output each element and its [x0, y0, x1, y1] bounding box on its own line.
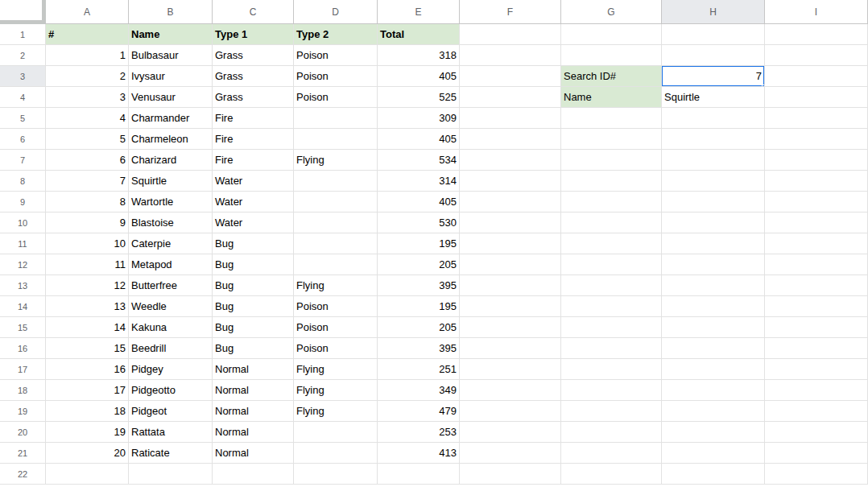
cell-C5[interactable]: Fire: [213, 108, 294, 129]
cell-E10[interactable]: 530: [378, 213, 460, 233]
cell-B12[interactable]: Metapod: [129, 254, 213, 275]
cell-I2[interactable]: [765, 45, 868, 66]
cell-F8[interactable]: [460, 171, 561, 192]
cell-G10[interactable]: [561, 213, 662, 233]
cell-H3[interactable]: 7: [662, 66, 765, 87]
cell-B10[interactable]: Blastoise: [129, 213, 213, 233]
cell-H6[interactable]: [662, 129, 765, 150]
cell-G6[interactable]: [561, 129, 662, 150]
row-header-15[interactable]: 15: [0, 317, 46, 338]
row-header-8[interactable]: 8: [0, 171, 46, 192]
cell-G19[interactable]: [561, 401, 662, 422]
cell-D8[interactable]: [294, 171, 378, 192]
cell-C19[interactable]: Normal: [213, 401, 294, 422]
cell-D17[interactable]: Flying: [294, 359, 378, 380]
select-all-corner[interactable]: [0, 0, 46, 24]
cell-E3[interactable]: 405: [378, 66, 460, 87]
cell-G3[interactable]: Search ID#: [561, 66, 662, 87]
cell-G16[interactable]: [561, 338, 662, 359]
cell-I14[interactable]: [765, 296, 868, 317]
cell-F14[interactable]: [460, 296, 561, 317]
cell-I20[interactable]: [765, 422, 868, 443]
cell-F22[interactable]: [460, 464, 561, 485]
cell-E9[interactable]: 405: [378, 192, 460, 213]
cell-G20[interactable]: [561, 422, 662, 443]
cell-B22[interactable]: [129, 464, 213, 485]
cell-I17[interactable]: [765, 359, 868, 380]
cell-D16[interactable]: Poison: [294, 338, 378, 359]
cell-G15[interactable]: [561, 317, 662, 338]
cell-E13[interactable]: 395: [378, 275, 460, 296]
row-header-10[interactable]: 10: [0, 213, 46, 233]
cell-I18[interactable]: [765, 380, 868, 401]
cell-A16[interactable]: 15: [46, 338, 129, 359]
cell-G17[interactable]: [561, 359, 662, 380]
cell-G5[interactable]: [561, 108, 662, 129]
cell-E14[interactable]: 195: [378, 296, 460, 317]
cell-E7[interactable]: 534: [378, 150, 460, 171]
cell-A20[interactable]: 19: [46, 422, 129, 443]
cell-E2[interactable]: 318: [378, 45, 460, 66]
cell-E8[interactable]: 314: [378, 171, 460, 192]
cell-F9[interactable]: [460, 192, 561, 213]
cell-F10[interactable]: [460, 213, 561, 233]
cell-A14[interactable]: 13: [46, 296, 129, 317]
cell-C2[interactable]: Grass: [213, 45, 294, 66]
row-header-19[interactable]: 19: [0, 401, 46, 422]
cell-A5[interactable]: 4: [46, 108, 129, 129]
cell-I19[interactable]: [765, 401, 868, 422]
cell-H20[interactable]: [662, 422, 765, 443]
cell-I7[interactable]: [765, 150, 868, 171]
cell-I9[interactable]: [765, 192, 868, 213]
cell-H2[interactable]: [662, 45, 765, 66]
cell-H18[interactable]: [662, 380, 765, 401]
cell-I10[interactable]: [765, 213, 868, 233]
cell-F1[interactable]: [460, 24, 561, 45]
cell-F13[interactable]: [460, 275, 561, 296]
row-header-20[interactable]: 20: [0, 422, 46, 443]
row-header-13[interactable]: 13: [0, 275, 46, 296]
cell-C10[interactable]: Water: [213, 213, 294, 233]
cell-F2[interactable]: [460, 45, 561, 66]
cell-D11[interactable]: [294, 233, 378, 254]
column-header-D[interactable]: D: [294, 0, 378, 24]
cell-G9[interactable]: [561, 192, 662, 213]
cell-D6[interactable]: [294, 129, 378, 150]
cell-I1[interactable]: [765, 24, 868, 45]
cell-B13[interactable]: Butterfree: [129, 275, 213, 296]
cell-E12[interactable]: 205: [378, 254, 460, 275]
cell-I5[interactable]: [765, 108, 868, 129]
cell-I6[interactable]: [765, 129, 868, 150]
cell-B14[interactable]: Weedle: [129, 296, 213, 317]
cell-H8[interactable]: [662, 171, 765, 192]
cell-H12[interactable]: [662, 254, 765, 275]
row-header-14[interactable]: 14: [0, 296, 46, 317]
row-header-18[interactable]: 18: [0, 380, 46, 401]
cell-G22[interactable]: [561, 464, 662, 485]
cell-A12[interactable]: 11: [46, 254, 129, 275]
cell-C6[interactable]: Fire: [213, 129, 294, 150]
row-header-22[interactable]: 22: [0, 464, 46, 485]
cell-I8[interactable]: [765, 171, 868, 192]
row-header-11[interactable]: 11: [0, 233, 46, 254]
cell-C16[interactable]: Bug: [213, 338, 294, 359]
cell-C4[interactable]: Grass: [213, 87, 294, 108]
cell-B16[interactable]: Beedrill: [129, 338, 213, 359]
cell-A13[interactable]: 12: [46, 275, 129, 296]
column-header-E[interactable]: E: [378, 0, 460, 24]
cell-E11[interactable]: 195: [378, 233, 460, 254]
cell-G21[interactable]: [561, 443, 662, 464]
cell-H17[interactable]: [662, 359, 765, 380]
cell-D12[interactable]: [294, 254, 378, 275]
cell-I11[interactable]: [765, 233, 868, 254]
cell-G8[interactable]: [561, 171, 662, 192]
cell-E6[interactable]: 405: [378, 129, 460, 150]
cell-F5[interactable]: [460, 108, 561, 129]
cell-H10[interactable]: [662, 213, 765, 233]
cell-E18[interactable]: 349: [378, 380, 460, 401]
cell-F15[interactable]: [460, 317, 561, 338]
cell-B18[interactable]: Pidgeotto: [129, 380, 213, 401]
row-header-9[interactable]: 9: [0, 192, 46, 213]
row-header-5[interactable]: 5: [0, 108, 46, 129]
cell-C12[interactable]: Bug: [213, 254, 294, 275]
